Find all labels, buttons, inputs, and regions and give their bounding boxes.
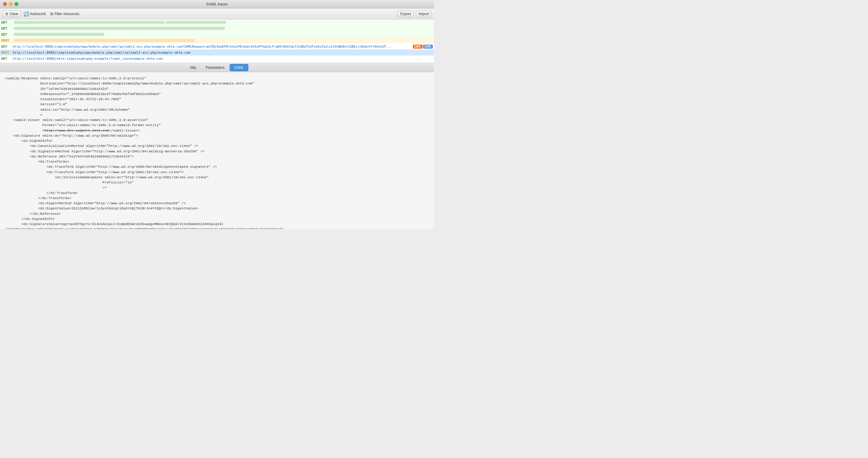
url-blurred <box>14 27 225 30</box>
import-button[interactable]: Import <box>416 10 432 17</box>
log-row-get-normal[interactable]: GET http://localhost:8888/okta-simplesam… <box>0 56 434 61</box>
maximize-button[interactable] <box>14 2 19 6</box>
log-row-post-selected[interactable]: POST http://localhost:8888/simplesamlphp… <box>0 50 434 56</box>
method-label: GET <box>1 57 13 61</box>
close-button[interactable] <box>3 2 7 6</box>
method-label: POST <box>1 39 13 42</box>
filter-label: Filter resources <box>54 12 79 16</box>
autoscroll-button[interactable]: 🔄 Autoscroll <box>24 11 46 16</box>
method-label: POST <box>1 51 13 55</box>
saml-badge-blue: SAML <box>423 45 433 49</box>
url-blurred <box>14 39 195 42</box>
method-label: GET <box>1 45 13 49</box>
filter-icon: ⧉ <box>50 11 53 16</box>
log-row[interactable]: GET <box>0 25 434 31</box>
tab-http[interactable]: http <box>186 64 201 71</box>
filter-resources-button[interactable]: ⧉ Filter resources <box>48 10 82 17</box>
export-label: Export <box>400 12 411 16</box>
clear-label: Clear <box>10 12 19 16</box>
log-row-saml-get[interactable]: GET http://localhost:8888/simplesamlphp/… <box>0 44 434 50</box>
autoscroll-icon: 🔄 <box>24 11 29 16</box>
window-controls <box>3 2 19 6</box>
method-label: GET <box>1 27 13 30</box>
toolbar-right: Export Import <box>398 10 432 17</box>
url-label: http://localhost:8888/simplesamlphp/www/… <box>13 45 412 48</box>
log-row[interactable]: POST <box>0 37 434 44</box>
tab-bar: http Parameters SAML <box>0 63 434 72</box>
clear-button[interactable]: ⊘ Clear <box>2 10 21 17</box>
toolbar: ⊘ Clear 🔄 Autoscroll ⧉ Filter resources … <box>0 8 434 19</box>
url-label: http://localhost:8888/okta-simplesamlphp… <box>13 57 433 61</box>
method-label: GET <box>1 21 13 24</box>
log-row[interactable]: GET <box>0 31 434 37</box>
clear-icon: ⊘ <box>5 11 8 16</box>
url-blurred <box>14 21 164 24</box>
minimize-button[interactable] <box>9 2 13 6</box>
log-row[interactable]: GET <box>0 19 434 25</box>
tab-saml[interactable]: SAML <box>230 64 249 71</box>
tab-parameters[interactable]: Parameters <box>201 64 229 71</box>
saml-badge-orange: SAML <box>413 45 423 49</box>
method-label: GET <box>1 33 13 36</box>
export-button[interactable]: Export <box>398 10 413 17</box>
url-blurred-2 <box>166 21 226 24</box>
autoscroll-label: Autoscroll <box>30 12 46 16</box>
url-label: http://localhost:8888/simplesamlphp/www/… <box>13 51 433 55</box>
saml-content-area[interactable]: <saml2p:Response xmlns:saml2p="urn:oasis… <box>0 72 434 229</box>
window-title: SAML tracer <box>206 2 228 6</box>
title-bar: SAML tracer <box>0 0 434 8</box>
network-log: GET GET GET POST GET http://localhost:88… <box>0 19 434 63</box>
url-blurred <box>14 33 104 36</box>
import-label: Import <box>418 12 429 16</box>
